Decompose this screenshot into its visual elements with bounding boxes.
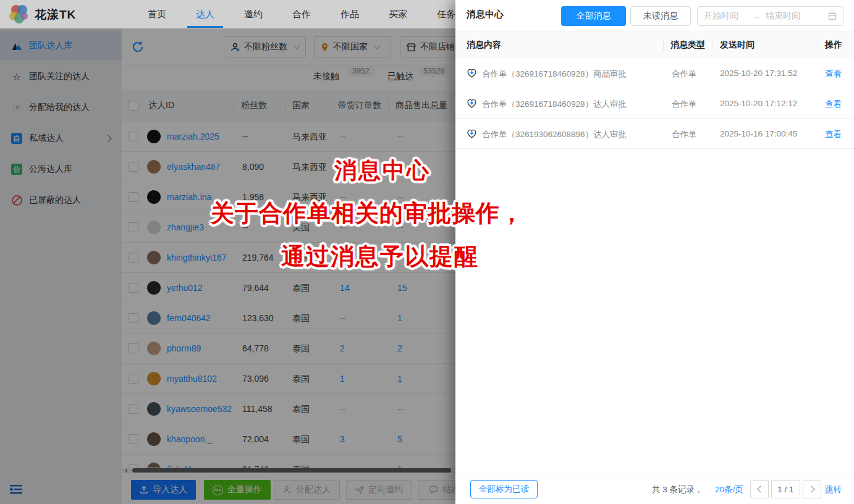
column-header: 消息内容 bbox=[467, 40, 501, 51]
message-content: 合作单（326916718460928）达人审批 bbox=[482, 99, 627, 110]
message-time: 2025-10-20 17:31:52 bbox=[720, 69, 797, 78]
chevron-left-icon bbox=[757, 485, 764, 492]
column-header: 发送时间 bbox=[720, 40, 755, 51]
view-link[interactable]: 查看 bbox=[825, 69, 842, 80]
column-header: 操作 bbox=[825, 40, 842, 51]
chevron-right-icon bbox=[808, 485, 814, 492]
drawer-footer: 全部标为已读 共 3 条记录， 20条/页 1 / 1 跳转 bbox=[455, 474, 854, 504]
cooperation-order-icon bbox=[467, 128, 477, 139]
message-row: 合作单（326193062608896）达人审批 合作单 2025-10-16 … bbox=[455, 119, 854, 149]
range-arrow-icon: → bbox=[752, 11, 761, 21]
cooperation-order-icon bbox=[467, 98, 477, 109]
start-date-placeholder: 开始时间 bbox=[704, 10, 738, 22]
message-content: 合作单（326193062608896）达人审批 bbox=[482, 129, 627, 140]
message-row: 合作单（326916718460928）达人审批 合作单 2025-10-20 … bbox=[455, 88, 854, 119]
current-page-indicator[interactable]: 1 / 1 bbox=[771, 480, 800, 498]
drawer-mask[interactable] bbox=[0, 0, 455, 28]
jump-to-page-link[interactable]: 跳转 bbox=[825, 484, 842, 495]
drawer-title: 消息中心 bbox=[467, 9, 504, 20]
message-content: 合作单（326916718460928）商品审批 bbox=[482, 69, 627, 80]
message-time: 2025-10-20 17:12:12 bbox=[720, 99, 797, 108]
mark-all-read-button[interactable]: 全部标为已读 bbox=[470, 480, 538, 498]
all-messages-button[interactable]: 全部消息 bbox=[561, 6, 626, 26]
drawer-mask[interactable] bbox=[0, 28, 455, 504]
app-root: 花漾TK 首页达人邀约合作作品买家任务 团队达人库 ☆ 团队关注的达人 ☞ 分配… bbox=[0, 0, 854, 504]
view-link[interactable]: 查看 bbox=[825, 99, 842, 110]
message-time: 2025-10-16 17:00:45 bbox=[720, 129, 797, 138]
message-table-header: 消息内容 消息类型 发送时间 操作 bbox=[455, 32, 854, 58]
message-type: 合作单 bbox=[672, 69, 697, 80]
next-page-button[interactable] bbox=[803, 480, 821, 498]
unread-messages-button[interactable]: 未读消息 bbox=[630, 6, 691, 26]
date-range-picker[interactable]: 开始时间 → 结束时间 bbox=[697, 6, 843, 26]
message-type: 合作单 bbox=[672, 99, 697, 110]
message-center-drawer: 消息中心 全部消息 未读消息 开始时间 → 结束时间 消息内容 消息类型 发送时… bbox=[455, 0, 854, 504]
cooperation-order-icon bbox=[467, 68, 477, 78]
view-link[interactable]: 查看 bbox=[825, 129, 842, 140]
end-date-placeholder: 结束时间 bbox=[766, 10, 800, 22]
calendar-icon bbox=[828, 12, 837, 20]
prev-page-button[interactable] bbox=[750, 480, 769, 498]
message-row: 合作单（326916718460928）商品审批 合作单 2025-10-20 … bbox=[455, 58, 854, 88]
total-records-text: 共 3 条记录， bbox=[652, 484, 703, 495]
page-size-select[interactable]: 20条/页 bbox=[715, 484, 743, 495]
message-type: 合作单 bbox=[672, 129, 697, 140]
column-header: 消息类型 bbox=[670, 40, 705, 51]
